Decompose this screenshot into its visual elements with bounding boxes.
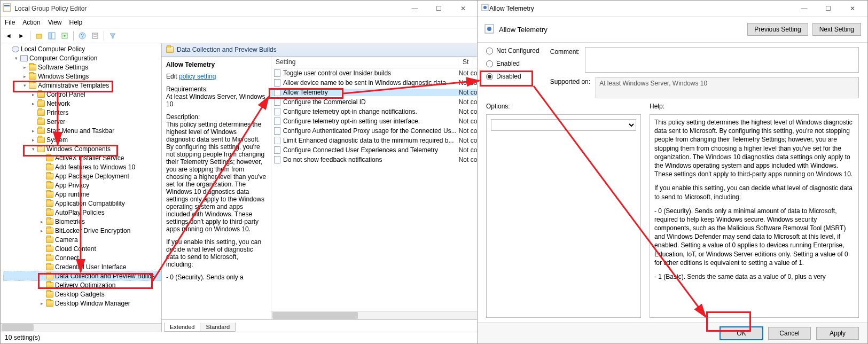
setting-row[interactable]: Limit Enhanced diagnostic data to the mi… (271, 136, 477, 145)
pc-icon (20, 55, 28, 61)
chevron-icon[interactable]: ▸ (40, 228, 44, 233)
tree-item-cloudContent[interactable]: Cloud Content (4, 244, 161, 253)
setting-row[interactable]: Configure the Commercial IDNot co (271, 97, 477, 107)
setting-row[interactable]: Configure telemetry opt-in setting user … (271, 116, 477, 126)
tree-item-desktopGadgets[interactable]: Desktop Gadgets (4, 290, 161, 299)
tree-item-bitlocker[interactable]: ▸BitLocker Drive Encryption (4, 226, 161, 235)
tree-item-appPackage[interactable]: App Package Deployment (4, 171, 161, 181)
chevron-icon[interactable]: ▸ (40, 219, 44, 224)
tree-item-server[interactable]: Server (4, 117, 161, 126)
tree-item-autoplay[interactable]: AutoPlay Policies (4, 208, 161, 217)
ok-button[interactable]: OK (720, 327, 763, 340)
export-button[interactable] (59, 30, 71, 42)
tree-item-adminTemplates[interactable]: ▾Administrative Templates (4, 81, 161, 90)
tree-item-system[interactable]: ▸System (4, 135, 161, 144)
description-column: Allow Telemetry Edit policy setting Requ… (162, 57, 271, 319)
radio-not-configured[interactable]: Not Configured (486, 47, 539, 54)
dialog-titlebar[interactable]: Allow Telemetry — ☐ ✕ (478, 1, 867, 17)
tree-label: Delivery Optimization (55, 282, 119, 289)
menu-help[interactable]: Help (69, 19, 83, 26)
dialog-maximize-button[interactable]: ☐ (816, 1, 840, 16)
previous-setting-button[interactable]: Previous Setting (747, 23, 808, 36)
chevron-icon[interactable]: ▾ (22, 83, 27, 88)
tree-item-biometrics[interactable]: ▸Biometrics (4, 217, 161, 226)
tree-item-startMenu[interactable]: ▸Start Menu and Taskbar (4, 126, 161, 135)
tree-item-deliveryOpt[interactable]: Delivery Optimization (4, 280, 161, 290)
list-header[interactable]: Setting St (271, 57, 477, 68)
radio-enabled[interactable]: Enabled (486, 60, 539, 67)
chevron-icon[interactable]: ▸ (22, 74, 27, 79)
menu-action[interactable]: Action (22, 19, 40, 26)
radio-disabled[interactable]: Disabled (486, 73, 539, 80)
properties-button[interactable] (89, 30, 101, 42)
tree-item-controlPanel[interactable]: ▸Control Panel (4, 90, 161, 99)
chevron-icon[interactable]: ▾ (31, 146, 36, 152)
dialog-minimize-button[interactable]: — (792, 1, 816, 16)
maximize-button[interactable]: ☐ (427, 1, 451, 16)
folder-icon (166, 46, 174, 53)
help-button[interactable]: ? (76, 30, 88, 42)
col-setting[interactable]: Setting (271, 57, 458, 68)
menu-view[interactable]: View (48, 19, 62, 26)
chevron-icon[interactable]: ▸ (31, 137, 36, 143)
gpedit-titlebar[interactable]: Local Group Policy Editor — ☐ ✕ (1, 1, 477, 17)
chevron-icon[interactable]: ▸ (31, 101, 36, 106)
tab-extended[interactable]: Extended (164, 323, 200, 332)
tree-item-softwareSettings[interactable]: ▸Software Settings (4, 62, 161, 72)
cancel-button[interactable]: Cancel (768, 327, 811, 340)
setting-row[interactable]: Toggle user control over Insider buildsN… (271, 68, 477, 78)
tree-item-activeX[interactable]: ActiveX Installer Service (4, 153, 161, 162)
chevron-icon[interactable]: ▸ (22, 65, 27, 70)
options-combobox[interactable] (491, 119, 636, 131)
dialog-close-button[interactable]: ✕ (840, 1, 864, 16)
tree-item-printers[interactable]: Printers (4, 108, 161, 117)
show-hide-tree-button[interactable] (46, 30, 58, 42)
tree-scrollbar[interactable] (1, 323, 161, 332)
tree-item-addFeatures[interactable]: Add features to Windows 10 (4, 162, 161, 171)
help-panel[interactable]: This policy setting determines the highe… (650, 114, 859, 318)
tree-item-root[interactable]: Local Computer Policy (4, 44, 161, 53)
tree-item-credUI[interactable]: Credential User Interface (4, 262, 161, 271)
edit-policy-link[interactable]: policy setting (179, 73, 216, 80)
setting-row[interactable]: Do not show feedback notificationsNot co (271, 155, 477, 165)
tree-pane[interactable]: Local Computer Policy▾Computer Configura… (1, 43, 162, 332)
tree-item-network[interactable]: ▸Network (4, 99, 161, 108)
menu-file[interactable]: File (5, 19, 15, 26)
comment-textarea[interactable] (585, 47, 859, 73)
list-scrollbar[interactable] (271, 311, 477, 319)
back-button[interactable]: ◄ (3, 30, 14, 42)
tree-item-appCompat[interactable]: Application Compatibility (4, 199, 161, 208)
tree-item-winComponents[interactable]: ▾Windows Components (4, 144, 161, 153)
tree-item-compConfig[interactable]: ▾Computer Configuration (4, 53, 161, 62)
chevron-icon[interactable]: ▸ (31, 92, 36, 97)
tree-item-connect[interactable]: Connect (4, 253, 161, 262)
tree-label: Computer Configuration (29, 54, 100, 62)
next-setting-button[interactable]: Next Setting (812, 23, 861, 36)
tree-item-desktopWM[interactable]: ▸Desktop Window Manager (4, 299, 161, 308)
tree-label: Desktop Window Manager (55, 300, 134, 307)
forward-button[interactable]: ► (15, 30, 27, 42)
setting-row[interactable]: Allow TelemetryNot co (271, 88, 477, 97)
chevron-icon[interactable]: ▾ (14, 56, 19, 61)
tab-standard[interactable]: Standard (200, 323, 236, 332)
folder-icon (46, 300, 53, 307)
up-button[interactable] (33, 30, 45, 42)
tree-item-appPrivacy[interactable]: App Privacy (4, 181, 161, 190)
apply-button[interactable]: Apply (816, 327, 859, 340)
setting-row[interactable]: Allow device name to be sent in Windows … (271, 78, 477, 88)
tree-item-appRuntime[interactable]: App runtime (4, 190, 161, 199)
setting-row[interactable]: Configure Connected User Experiences and… (271, 145, 477, 155)
tree-item-camera[interactable]: Camera (4, 235, 161, 244)
minimize-button[interactable]: — (403, 1, 427, 16)
content-path: Data Collection and Preview Builds (177, 46, 277, 53)
tree-item-windowsSettings[interactable]: ▸Windows Settings (4, 72, 161, 81)
chevron-icon[interactable]: ▸ (40, 301, 44, 306)
chevron-icon[interactable]: ▸ (31, 128, 36, 134)
setting-state: Not co (457, 137, 477, 144)
close-button[interactable]: ✕ (451, 1, 475, 16)
setting-row[interactable]: Configure telemetry opt-in change notifi… (271, 107, 477, 116)
tree-item-dataCollection[interactable]: Data Collection and Preview Builds (4, 271, 161, 280)
col-state[interactable]: St (458, 57, 473, 68)
setting-row[interactable]: Configure Authenticated Proxy usage for … (271, 126, 477, 136)
filter-button[interactable] (107, 30, 119, 42)
